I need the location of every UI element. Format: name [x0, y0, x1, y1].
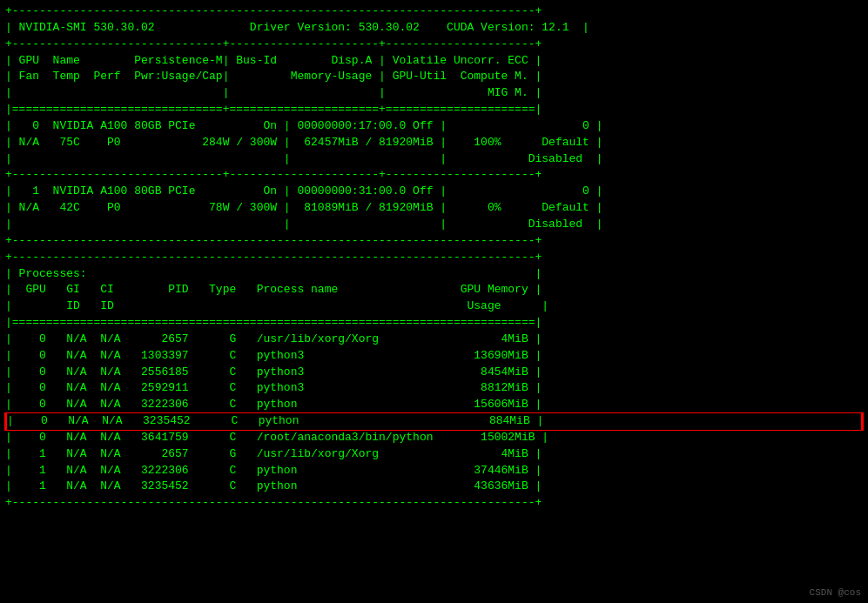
terminal-line: | ID ID Usage |: [5, 298, 863, 315]
terminal-line: | 0 N/A N/A 1303397 C python3 13690MiB |: [5, 348, 863, 365]
terminal-line: | 0 N/A N/A 2657 G /usr/lib/xorg/Xorg 4M…: [5, 332, 863, 348]
terminal-line: | Processes: |: [5, 266, 863, 283]
terminal-line: | 0 N/A N/A 3222306 C python 15606MiB |: [5, 397, 863, 413]
terminal-line: +-------------------------------+-------…: [5, 37, 863, 53]
terminal-line: | GPU Name Persistence-M| Bus-Id Disp.A …: [5, 53, 863, 70]
terminal-line: | 0 N/A N/A 3235452 C python 884MiB |: [5, 413, 863, 430]
terminal-line: | | | MIG M. |: [5, 85, 863, 102]
terminal-line: |===============================+=======…: [5, 102, 863, 118]
terminal-line: | 1 N/A N/A 3235452 C python 43636MiB |: [5, 479, 863, 495]
terminal-line: | 0 N/A N/A 3641759 C /root/anaconda3/bi…: [5, 430, 863, 446]
terminal-line: +---------------------------------------…: [5, 233, 863, 250]
terminal-line: | 0 N/A N/A 2592911 C python3 8812MiB |: [5, 380, 863, 397]
terminal-line: | | | Disabled |: [5, 217, 863, 233]
terminal-line: | Fan Temp Perf Pwr:Usage/Cap| Memory-Us…: [5, 69, 863, 85]
terminal-line: | 1 NVIDIA A100 80GB PCIe On | 00000000:…: [5, 184, 863, 200]
terminal-output: +---------------------------------------…: [5, 3, 863, 512]
terminal-line: | | | Disabled |: [5, 151, 863, 168]
terminal-line: | 0 N/A N/A 2556185 C python3 8454MiB |: [5, 365, 863, 381]
terminal-line: |=======================================…: [5, 315, 863, 332]
terminal-line: | 1 N/A N/A 2657 G /usr/lib/xorg/Xorg 4M…: [5, 446, 863, 463]
terminal-line: +---------------------------------------…: [5, 495, 863, 512]
terminal-line: +---------------------------------------…: [5, 250, 863, 266]
terminal-line: | 0 NVIDIA A100 80GB PCIe On | 00000000:…: [5, 118, 863, 135]
terminal-line: | GPU GI CI PID Type Process name GPU Me…: [5, 282, 863, 298]
terminal-line: | 1 N/A N/A 3222306 C python 37446MiB |: [5, 463, 863, 479]
terminal-line: | N/A 75C P0 284W / 300W | 62457MiB / 81…: [5, 135, 863, 151]
terminal-line: | N/A 42C P0 78W / 300W | 81089MiB / 819…: [5, 200, 863, 217]
terminal-line: | NVIDIA-SMI 530.30.02 Driver Version: 5…: [5, 20, 863, 37]
terminal-line: +-------------------------------+-------…: [5, 167, 863, 184]
terminal-line: +---------------------------------------…: [5, 3, 863, 20]
watermark: CSDN @cos: [810, 587, 861, 598]
